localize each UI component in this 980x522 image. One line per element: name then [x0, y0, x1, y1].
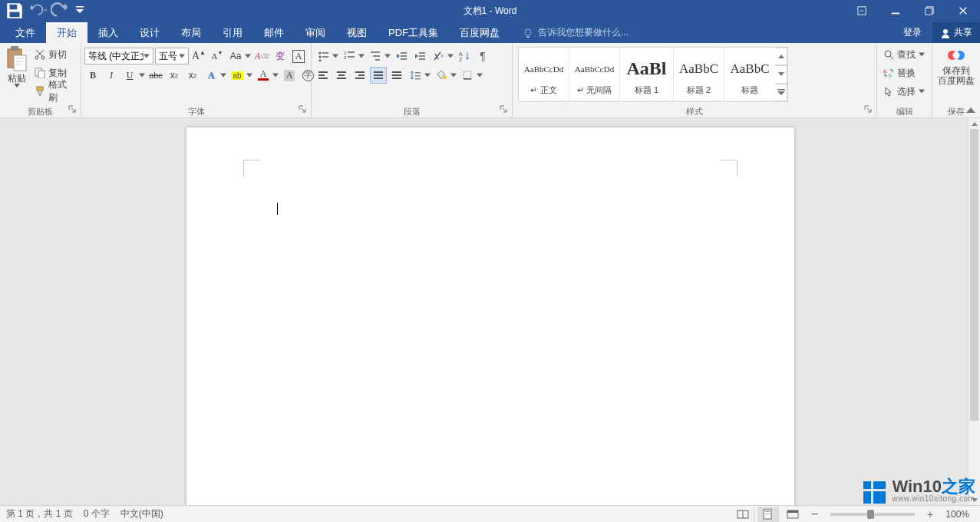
- grow-font-button[interactable]: A▲: [190, 48, 207, 64]
- status-language[interactable]: 中文(中国): [120, 507, 163, 520]
- line-spacing-button[interactable]: [407, 67, 431, 84]
- paste-button[interactable]: 粘贴: [3, 45, 31, 100]
- scroll-up-arrow[interactable]: [968, 118, 980, 129]
- svg-rect-31: [419, 52, 425, 54]
- sort-button[interactable]: AZ: [456, 48, 473, 64]
- numbering-button[interactable]: 12: [341, 48, 365, 64]
- minimize-button[interactable]: [879, 0, 912, 21]
- zoom-in-button[interactable]: +: [922, 508, 938, 520]
- font-size-input[interactable]: [159, 51, 179, 61]
- svg-point-12: [41, 56, 45, 59]
- bold-button[interactable]: B: [84, 67, 101, 84]
- status-word-count[interactable]: 0 个字: [84, 507, 110, 520]
- distributed-button[interactable]: [388, 67, 405, 84]
- borders-button[interactable]: [459, 67, 483, 84]
- multilevel-list-button[interactable]: [367, 48, 391, 64]
- shrink-font-button[interactable]: A▼: [209, 48, 226, 64]
- style-scroll-down[interactable]: [775, 65, 787, 83]
- bullets-button[interactable]: [315, 48, 339, 64]
- align-left-button[interactable]: [315, 67, 332, 84]
- view-read-mode-button[interactable]: [733, 507, 754, 522]
- status-page[interactable]: 第 1 页，共 1 页: [6, 507, 73, 520]
- paragraph-dialog-launcher[interactable]: [500, 105, 510, 116]
- tab-references[interactable]: 引用: [212, 22, 253, 43]
- tab-baidupan[interactable]: 百度网盘: [449, 22, 510, 43]
- tab-insert[interactable]: 插入: [87, 22, 129, 43]
- justify-button[interactable]: [370, 67, 387, 84]
- maximize-restore-button[interactable]: [912, 0, 946, 21]
- qat-customize-button[interactable]: [74, 2, 86, 20]
- find-button[interactable]: 查找: [880, 46, 928, 63]
- change-case-button[interactable]: Aa: [227, 48, 252, 64]
- style-gallery-scroll[interactable]: [775, 48, 787, 101]
- tab-layout[interactable]: 布局: [170, 22, 212, 43]
- replace-button[interactable]: ab 替换: [880, 64, 928, 81]
- increase-indent-button[interactable]: [411, 48, 428, 64]
- select-button[interactable]: 选择: [880, 83, 928, 100]
- tab-pdftools[interactable]: PDF工具集: [378, 22, 449, 43]
- style-gallery[interactable]: AaBbCcDd ↵ 正文 AaBbCcDd ↵ 无间隔 AaBl 标题 1 A…: [518, 47, 788, 102]
- style-expand[interactable]: [775, 84, 787, 101]
- scroll-thumb[interactable]: [970, 129, 978, 421]
- style-normal[interactable]: AaBbCcDd ↵ 正文: [519, 48, 569, 101]
- font-name-combo[interactable]: [84, 48, 153, 64]
- zoom-slider[interactable]: [830, 513, 915, 516]
- tab-design[interactable]: 设计: [129, 22, 170, 43]
- clear-formatting-button[interactable]: A⌫: [253, 48, 270, 64]
- highlight-button[interactable]: ab: [229, 67, 253, 84]
- chevron-down-icon[interactable]: [179, 53, 185, 59]
- clipboard-dialog-launcher[interactable]: [68, 105, 79, 116]
- font-name-input[interactable]: [88, 51, 144, 61]
- character-shading-button[interactable]: A: [281, 67, 298, 84]
- document-page[interactable]: [186, 127, 794, 505]
- style-scroll-up[interactable]: [775, 48, 787, 65]
- save-button[interactable]: [5, 2, 25, 20]
- tab-review[interactable]: 审阅: [295, 22, 336, 43]
- redo-button[interactable]: [51, 2, 71, 20]
- style-no-spacing[interactable]: AaBbCcDd ↵ 无间隔: [569, 48, 620, 101]
- tab-home[interactable]: 开始: [46, 22, 87, 43]
- share-button[interactable]: 共享: [932, 22, 980, 43]
- tab-view[interactable]: 视图: [336, 22, 378, 43]
- tell-me-search[interactable]: 告诉我您想要做什么...: [518, 22, 633, 43]
- undo-button[interactable]: [28, 2, 48, 20]
- ribbon-display-options-button[interactable]: [845, 0, 879, 21]
- view-web-layout-button[interactable]: [782, 507, 803, 522]
- account-login-button[interactable]: 登录: [893, 22, 932, 43]
- phonetic-guide-button[interactable]: 变: [272, 48, 289, 64]
- style-heading2[interactable]: AaBbC 标题 2: [674, 48, 724, 101]
- character-border-button[interactable]: A: [290, 48, 307, 64]
- font-size-combo[interactable]: [155, 48, 189, 64]
- chevron-down-icon[interactable]: [144, 53, 150, 59]
- font-dialog-launcher[interactable]: [299, 105, 309, 116]
- close-button[interactable]: [946, 0, 980, 21]
- strikethrough-button[interactable]: abc: [147, 67, 164, 84]
- zoom-slider-handle[interactable]: [867, 510, 874, 519]
- tab-mailings[interactable]: 邮件: [253, 22, 295, 43]
- underline-button[interactable]: U: [121, 67, 146, 84]
- decrease-indent-button[interactable]: [393, 48, 410, 64]
- align-right-button[interactable]: [351, 67, 368, 84]
- style-title[interactable]: AaBbC 标题: [724, 48, 775, 101]
- font-color-button[interactable]: A: [255, 67, 279, 84]
- view-print-layout-button[interactable]: [757, 507, 779, 522]
- shading-button[interactable]: [433, 67, 457, 84]
- zoom-out-button[interactable]: −: [807, 507, 823, 521]
- document-area[interactable]: [0, 118, 980, 505]
- format-painter-button[interactable]: 格式刷: [31, 83, 78, 100]
- show-paragraph-marks-button[interactable]: ¶: [474, 48, 491, 64]
- italic-button[interactable]: I: [103, 67, 120, 84]
- vertical-scrollbar[interactable]: [968, 118, 980, 505]
- save-to-baidu-button[interactable]: 保存到百度网盘: [935, 45, 977, 100]
- cut-button[interactable]: 剪切: [31, 46, 78, 63]
- tab-file[interactable]: 文件: [5, 22, 46, 43]
- style-heading1[interactable]: AaBl 标题 1: [620, 48, 674, 101]
- styles-dialog-launcher[interactable]: [864, 105, 875, 116]
- collapse-ribbon-button[interactable]: [965, 104, 977, 116]
- align-center-button[interactable]: [333, 67, 350, 84]
- zoom-percent-button[interactable]: 100%: [941, 509, 974, 520]
- subscript-button[interactable]: x2: [166, 67, 183, 84]
- text-effects-button[interactable]: A: [203, 67, 227, 84]
- asian-layout-button[interactable]: [430, 48, 454, 64]
- superscript-button[interactable]: x2: [184, 67, 201, 84]
